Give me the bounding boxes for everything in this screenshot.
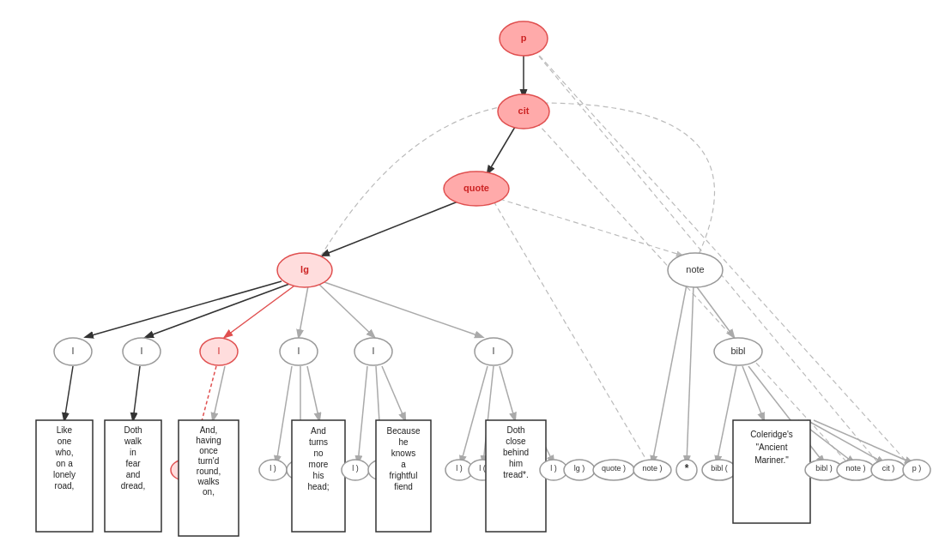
edge-l6-text7	[500, 366, 515, 420]
node-l3-label: l	[218, 346, 220, 356]
rect-text2-line1: Doth	[124, 425, 142, 435]
rect-text6-line2: close	[506, 437, 526, 446]
edge-l5-child1	[358, 366, 367, 463]
node-bottom-l1-label: l )	[550, 464, 557, 473]
node-l5-label: l	[373, 346, 374, 356]
node-l6-child2-label: l (	[479, 464, 486, 473]
node-p-label: p	[521, 33, 527, 43]
rect-text2-line5: and	[126, 470, 141, 479]
node-bottom-note-label: note )	[642, 464, 662, 473]
node-cit-label: cit	[518, 105, 530, 116]
edge-quote-note	[500, 199, 682, 256]
rect-text2-line4: fear	[125, 459, 141, 468]
rect-text1-line3: who,	[54, 448, 73, 457]
node-bottom-cit-label: cit )	[882, 464, 895, 473]
edge-note-bottom1	[652, 285, 687, 463]
node-l5-child1-label: l )	[352, 464, 359, 473]
edge-lg-l4	[299, 281, 309, 337]
node-l2-label: l	[141, 346, 142, 356]
node-note-label: note	[686, 264, 704, 274]
rect-text2-line3: in	[130, 448, 136, 457]
node-l1-label: l	[72, 346, 74, 356]
rect-bibl-line2: "Ancient	[756, 443, 788, 452]
node-l4-label: l	[298, 346, 300, 356]
rect-text6-line3: behind	[503, 448, 529, 457]
rect-text5-line6: fiend	[394, 482, 413, 491]
rect-text1-line6: road,	[55, 481, 75, 491]
edge-l1-text1	[64, 366, 73, 420]
rect-text4-line5: his	[313, 471, 324, 480]
edge-bibl-text	[742, 366, 764, 420]
edge-note-bottom2	[687, 285, 694, 463]
rect-text4-line6: head;	[307, 482, 329, 491]
rect-text5-line3: knows	[391, 449, 415, 458]
rect-text1-line1: Like	[57, 425, 73, 435]
node-l6-child1-label: l )	[456, 464, 463, 473]
edge-cit-to-note-end	[530, 116, 854, 470]
node-bottom-star-label: *	[685, 462, 689, 474]
node-bottom-note2-label: note )	[845, 464, 865, 473]
node-bottom-quote-label: quote )	[602, 464, 626, 473]
rect-text3-line3: once	[199, 446, 218, 455]
rect-text3-line7: on,	[203, 487, 215, 497]
rect-bibl-line3: Mariner."	[754, 455, 789, 465]
edge-lg-l3	[225, 281, 300, 337]
node-l4-child1-label: l )	[270, 464, 276, 473]
rect-bibl-line1: Coleridge's	[750, 430, 793, 439]
rect-text1-line2: one	[58, 437, 72, 446]
rect-text6-line5: tread*.	[503, 470, 528, 479]
edge-lg-l1	[86, 281, 282, 337]
edge-lg-l2	[146, 283, 292, 337]
node-bottom-lg-label: lg )	[574, 464, 585, 473]
rect-text2-line6: dread,	[121, 481, 145, 491]
rect-text3-line5: round,	[197, 467, 221, 476]
rect-text5-line4: a	[401, 460, 406, 469]
node-bottom-p-label: p )	[912, 464, 922, 473]
rect-text5-line2: he	[398, 437, 409, 447]
edge-l5-text6	[382, 366, 405, 420]
node-bottom-bibl-close-label: bibl )	[815, 464, 833, 473]
rect-text4-line1: And	[311, 426, 326, 436]
rect-text3-line6: walks	[197, 477, 219, 486]
node-quote-label: quote	[463, 183, 489, 193]
rect-text4-line4: more	[309, 460, 329, 469]
rect-text1-line4: on a	[56, 459, 73, 468]
rect-text3-line1: And,	[200, 425, 218, 435]
edge-l4-child1	[276, 366, 292, 463]
edge-l6-child1	[461, 366, 488, 463]
rect-text5-line1: Because	[387, 426, 421, 436]
edge-note-bibl	[695, 285, 734, 337]
rect-text3-line4: turn'd	[198, 456, 220, 466]
rect-text3-line2: having	[196, 436, 221, 445]
rect-text4-line2: turns	[309, 437, 328, 447]
node-lg-label: lg	[300, 264, 309, 274]
rect-text6-line1: Doth	[506, 425, 524, 435]
edge-cit-quote	[488, 127, 515, 173]
edge-quote-lg	[322, 199, 464, 256]
edge-p-to-p-end	[528, 43, 914, 470]
node-bottom-bibl-open-label: bibl (	[711, 464, 728, 473]
tree-diagram: p cit quote lg note l l l l l l bibl Lik…	[0, 0, 945, 560]
node-l6-label: l	[493, 346, 494, 356]
rect-text5-line5: frightful	[390, 471, 418, 480]
edge-l2-text2	[133, 366, 140, 420]
node-bibl-label: bibl	[730, 346, 745, 356]
rect-text4-line3: no	[313, 449, 324, 458]
rect-text6-line4: him	[509, 459, 523, 468]
rect-text1-line5: lonely	[53, 470, 76, 479]
rect-text2-line2: walk	[124, 437, 142, 446]
edge-l4-text5	[307, 366, 319, 420]
